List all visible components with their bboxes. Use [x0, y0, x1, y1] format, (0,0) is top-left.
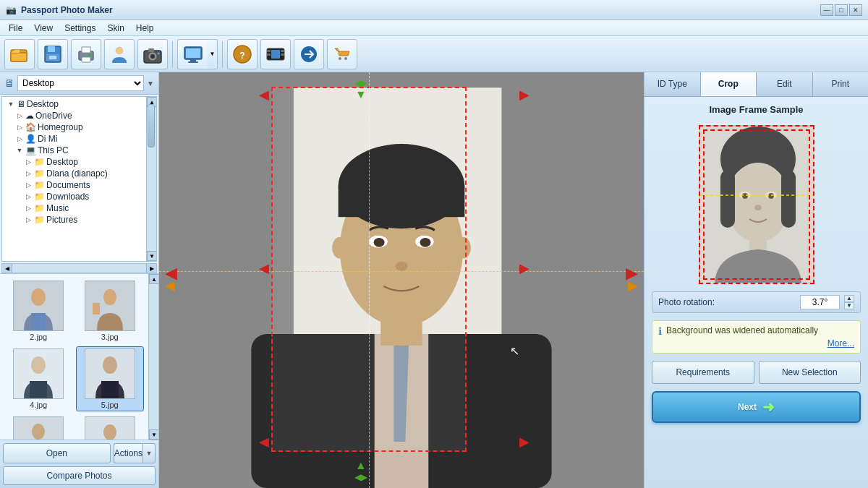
tree-node-music[interactable]: ▷ 📁 Music — [4, 202, 145, 214]
svg-point-60 — [374, 238, 385, 247]
thumb-scroll-down[interactable]: ▼ — [149, 429, 158, 440]
app-icon: 📷 — [6, 5, 17, 15]
title-bar: 📷 Passport Photo Maker — □ ✕ — [0, 0, 868, 20]
tab-edit[interactable]: Edit — [757, 72, 813, 96]
thumb-4jpg-label: 4.jpg — [30, 401, 47, 409]
info-more-link[interactable]: More... — [827, 338, 854, 348]
menu-settings[interactable]: Settings — [59, 22, 101, 35]
toolbar-shop-btn[interactable] — [327, 39, 357, 69]
svg-rect-26 — [281, 53, 284, 56]
svg-point-63 — [332, 237, 347, 259]
toolbar-print-btn[interactable] — [71, 39, 101, 69]
bottom-buttons: Open Actions ▼ Compare Photos — [0, 440, 158, 488]
right-content: Image Frame Sample — [644, 97, 868, 488]
actions-split: Actions ▼ — [114, 443, 156, 463]
svg-point-61 — [420, 238, 431, 247]
thumbnail-grid: 2.jpg 3.jpg — [0, 274, 158, 440]
svg-point-15 — [158, 52, 160, 54]
toolbar-help-btn[interactable]: ? — [227, 39, 258, 69]
menu-file[interactable]: File — [3, 22, 28, 35]
svg-rect-1 — [11, 53, 27, 61]
tree-node-diana[interactable]: ▷ 📁 Diana (dianapc) — [4, 168, 145, 179]
thumb-3jpg-img — [85, 281, 135, 331]
svg-point-30 — [344, 57, 347, 60]
scroll-right-btn[interactable]: ▶ — [146, 264, 156, 273]
scroll-thumb[interactable] — [148, 104, 155, 147]
next-button[interactable]: Next ➜ — [652, 391, 861, 423]
toolbar-monitor-split: ▼ — [177, 39, 218, 69]
toolbar-monitor-btn[interactable] — [177, 39, 208, 69]
requirements-button[interactable]: Requirements — [652, 361, 754, 384]
frame-sample — [699, 125, 814, 284]
tree-node-thispc[interactable]: ▼ 💻 This PC — [4, 145, 145, 156]
tab-crop[interactable]: Crop — [701, 72, 757, 96]
thumb-5jpg-img — [85, 348, 135, 399]
svg-rect-7 — [82, 47, 90, 53]
tab-id-type[interactable]: ID Type — [644, 72, 701, 96]
thumb-5jpg[interactable]: 5.jpg — [76, 346, 145, 411]
toolbar-camera-btn[interactable] — [137, 39, 168, 69]
tab-print[interactable]: Print — [813, 72, 869, 96]
tree-scrollbar[interactable]: ▲ ▼ — [146, 97, 156, 261]
toolbar-separator-1 — [172, 41, 173, 67]
svg-point-10 — [116, 47, 123, 54]
toolbar-person-btn[interactable] — [104, 39, 135, 69]
thumb-6jpg-img — [13, 416, 64, 440]
svg-rect-8 — [82, 57, 90, 62]
tree-node-dimi[interactable]: ▷ 👤 Di Mi — [4, 133, 145, 145]
open-button[interactable]: Open — [3, 443, 111, 463]
minimize-button[interactable]: — — [820, 4, 833, 16]
person-photo-svg — [159, 72, 644, 488]
actions-button[interactable]: Actions — [114, 443, 142, 463]
info-more-row: More... — [658, 338, 854, 348]
thumb-6jpg[interactable]: 6.jpg — [4, 414, 73, 440]
actions-dropdown[interactable]: ▼ — [142, 443, 156, 463]
tree-node-documents[interactable]: ▷ 📁 Documents — [4, 179, 145, 191]
svg-point-72 — [742, 193, 748, 199]
tree-node-desktop2[interactable]: ▷ 📁 Desktop — [4, 156, 145, 168]
scroll-down-btn[interactable]: ▼ — [147, 251, 157, 261]
tree-node-downloads[interactable]: ▷ 📁 Downloads — [4, 191, 145, 202]
toolbar-save-btn[interactable] — [38, 39, 68, 69]
svg-point-62 — [395, 262, 407, 271]
toolbar-film-btn[interactable] — [260, 39, 291, 69]
scroll-left-btn[interactable]: ◀ — [2, 264, 12, 273]
tree-node-homegroup[interactable]: ▷ 🏠 Homegroup — [4, 121, 145, 133]
menu-help[interactable]: Help — [130, 22, 160, 35]
svg-point-32 — [31, 288, 46, 306]
thumb-3jpg[interactable]: 3.jpg — [76, 278, 145, 343]
next-label: Next — [738, 402, 757, 412]
toolbar-open-btn[interactable] — [4, 39, 35, 69]
svg-point-38 — [31, 356, 46, 374]
tree-node-onedrive[interactable]: ▷ ☁ OneDrive — [4, 110, 145, 121]
menu-skin[interactable]: Skin — [102, 22, 130, 35]
compare-photos-button[interactable]: Compare Photos — [3, 466, 156, 485]
window-controls: — □ ✕ — [820, 4, 862, 16]
new-selection-button[interactable]: New Selection — [759, 361, 861, 384]
close-button[interactable]: ✕ — [849, 4, 862, 16]
thumb-7jpg[interactable]: 7.jpg — [76, 414, 145, 440]
folder-dropdown-arrow[interactable]: ▼ — [147, 80, 154, 87]
thumb-scroll-up[interactable]: ▲ — [149, 274, 158, 284]
rotation-value-input[interactable]: 3.7° — [800, 295, 840, 309]
open-actions-row: Open Actions ▼ — [3, 443, 156, 463]
thumb-4jpg[interactable]: 4.jpg — [4, 346, 73, 411]
svg-point-29 — [339, 57, 341, 60]
tree-node-pictures[interactable]: ▷ 📁 Pictures — [4, 214, 145, 226]
main-layout: 🖥 Desktop ▼ ▼ 🖥 Desktop ▷ ☁ OneDrive — [0, 72, 868, 488]
info-box-row: ℹ Background was widened automatically — [658, 325, 854, 337]
thumb-2jpg[interactable]: 2.jpg — [4, 278, 73, 343]
toolbar-monitor-dropdown[interactable]: ▼ — [208, 39, 218, 69]
menu-view[interactable]: View — [28, 22, 59, 35]
thumb-scrollbar[interactable]: ▲ ▼ — [148, 274, 158, 440]
h-scrollbar[interactable]: ◀ ▶ — [1, 263, 157, 273]
thumb-2jpg-img — [13, 281, 64, 331]
rotation-up-btn[interactable]: ▲ — [844, 295, 854, 302]
toolbar-export-btn[interactable] — [294, 39, 324, 69]
rotation-down-btn[interactable]: ▼ — [844, 302, 854, 309]
thumb-4jpg-img — [13, 348, 64, 399]
folder-dropdown[interactable]: Desktop — [17, 75, 144, 91]
app-title: Passport Photo Maker — [21, 5, 113, 15]
tree-node-desktop[interactable]: ▼ 🖥 Desktop — [4, 98, 145, 110]
maximize-button[interactable]: □ — [835, 4, 848, 16]
